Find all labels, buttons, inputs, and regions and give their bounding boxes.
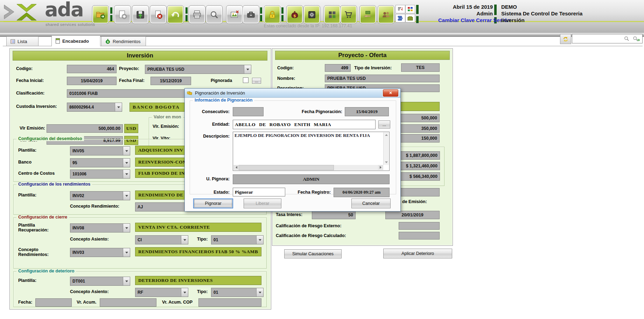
change-password-link[interactable]: Cambiar Clave bbox=[438, 17, 475, 23]
horizontal-scrollbar[interactable] bbox=[233, 165, 383, 170]
entidad-lookup-button[interactable]: ... bbox=[378, 120, 390, 129]
close-button[interactable]: ✕ bbox=[383, 89, 398, 97]
chevron-down-icon[interactable] bbox=[123, 277, 130, 285]
proyecto-combobox[interactable]: PRUEBA TES USD bbox=[145, 65, 251, 74]
banco-label: Banco bbox=[18, 160, 31, 165]
plantilla-recuperacion-desc-field: VENTA INV CTA. CORRIENTE bbox=[135, 223, 261, 232]
collections-button[interactable] bbox=[359, 5, 376, 24]
chevron-down-icon[interactable] bbox=[244, 65, 251, 74]
tipo-det-combobox[interactable]: 01 bbox=[211, 288, 264, 297]
scroll-right-icon[interactable] bbox=[378, 165, 383, 170]
scroll-left-icon[interactable] bbox=[233, 165, 239, 170]
chevron-down-icon[interactable] bbox=[123, 248, 130, 257]
entidad-input[interactable]: ABELLO DE ROBAYO ENITH MARIA bbox=[233, 120, 376, 129]
fecha-registro-label: Fecha Registro: bbox=[289, 190, 331, 195]
plantilla-recuperacion-value: INV08 bbox=[70, 224, 123, 232]
plantilla-det-combobox[interactable]: DT001 bbox=[70, 277, 130, 286]
purchases-button[interactable] bbox=[340, 5, 357, 24]
undo-button[interactable] bbox=[167, 5, 184, 24]
chevron-down-icon[interactable] bbox=[123, 192, 130, 200]
scroll-up-icon[interactable] bbox=[384, 132, 389, 137]
shopping-cart-icon bbox=[343, 9, 354, 20]
plantilla-rend-combobox[interactable]: INV02 bbox=[70, 191, 130, 200]
po-tasa-field: 50 bbox=[312, 211, 356, 219]
svg-text:$: $ bbox=[293, 13, 296, 18]
banco-value: 95 bbox=[70, 159, 123, 167]
cash-box-button[interactable] bbox=[405, 14, 415, 22]
close-icon: ✕ bbox=[389, 91, 392, 95]
liberar-button[interactable]: Liberar bbox=[244, 199, 281, 208]
dialog-titlebar[interactable]: Pignoración de Inversión bbox=[185, 89, 400, 98]
scrollbar-thumb[interactable] bbox=[239, 165, 334, 170]
cancelar-button[interactable]: Cancelar bbox=[351, 199, 391, 208]
save-button[interactable] bbox=[132, 5, 149, 24]
tab-rendimientos[interactable]: $ Rendimientos bbox=[101, 36, 146, 46]
sort-view-button[interactable] bbox=[396, 5, 405, 13]
custodia-label: Custodia Inversion: bbox=[16, 104, 57, 109]
chevron-down-icon[interactable] bbox=[123, 159, 130, 167]
tab-encabezado[interactable]: Encabezado bbox=[51, 35, 100, 46]
search-icon[interactable] bbox=[624, 36, 630, 43]
valor-moneda-title: Valor en mon bbox=[152, 115, 183, 119]
estado-input[interactable]: Pignorar bbox=[233, 188, 285, 196]
chevron-down-icon[interactable] bbox=[181, 288, 188, 297]
concepto-asiento-det-combobox[interactable]: RF bbox=[135, 288, 188, 297]
po-tipo-field: TES bbox=[401, 63, 440, 72]
divider-bar bbox=[416, 5, 419, 14]
tab-lista[interactable]: Lista bbox=[6, 36, 38, 46]
codigo-field: 464 bbox=[67, 65, 117, 73]
quick-search-input[interactable] bbox=[572, 34, 643, 43]
vault-button[interactable] bbox=[303, 5, 320, 24]
main-toolbar: ada shared services solutions bbox=[0, 0, 644, 33]
pignorada-more-button[interactable]: ... bbox=[252, 78, 261, 84]
plantilla-combobox[interactable]: INV05 bbox=[70, 146, 130, 155]
pignorada-label: Pignorada bbox=[211, 78, 232, 83]
proyecto-value: PRUEBA TES USD bbox=[145, 65, 244, 74]
concepto-rendimientos-combobox[interactable]: INV03 bbox=[70, 248, 130, 257]
delete-button[interactable] bbox=[150, 5, 167, 24]
save-icon bbox=[135, 9, 146, 20]
preview-button[interactable] bbox=[206, 5, 223, 24]
plantilla-value: INV05 bbox=[70, 147, 123, 155]
search-next-icon[interactable] bbox=[632, 36, 640, 43]
tipo-combobox[interactable]: 01 bbox=[211, 235, 264, 244]
banco-combobox[interactable]: 95 bbox=[70, 158, 130, 167]
open-folder-button[interactable] bbox=[92, 5, 109, 24]
cierre-title: Configuración de cierre bbox=[16, 215, 69, 220]
print-button[interactable] bbox=[189, 5, 205, 24]
pignorar-button[interactable]: Pignorar bbox=[193, 199, 233, 208]
layers-button[interactable] bbox=[396, 14, 405, 22]
refresh-button[interactable] bbox=[560, 34, 571, 44]
chevron-down-icon[interactable] bbox=[181, 236, 188, 244]
money-bag-button[interactable]: $ bbox=[286, 5, 303, 24]
scroll-down-icon[interactable] bbox=[384, 160, 389, 165]
pledge-lock-button[interactable] bbox=[264, 5, 281, 24]
pignorada-checkbox[interactable] bbox=[243, 77, 248, 83]
po-codigo-field: 499 bbox=[325, 64, 351, 72]
chevron-down-icon[interactable] bbox=[256, 236, 263, 244]
new-button[interactable] bbox=[114, 5, 131, 24]
modules-button[interactable] bbox=[324, 5, 341, 24]
plantilla-recuperacion-combobox[interactable]: INV08 bbox=[70, 223, 130, 233]
descripcion-textarea[interactable]: EJEMPLO DE PIGNORACION DE INVERSION DE R… bbox=[233, 132, 390, 171]
divider-bar bbox=[494, 5, 497, 15]
simular-causaciones-button[interactable]: Simular Causaciones bbox=[284, 249, 342, 258]
concepto-asiento-combobox[interactable]: CI bbox=[135, 235, 188, 244]
connection-status: Estas conectado desde la IP: 192.168.177… bbox=[241, 23, 374, 28]
logo-text: ada bbox=[45, 0, 83, 21]
vertical-scrollbar[interactable] bbox=[383, 132, 389, 165]
export-button[interactable] bbox=[226, 5, 243, 24]
reports-button[interactable] bbox=[405, 5, 415, 13]
centro-costos-combobox[interactable]: 101006 bbox=[70, 169, 130, 179]
chevron-down-icon[interactable] bbox=[123, 224, 130, 232]
chevron-down-icon[interactable] bbox=[256, 288, 263, 297]
tools-button[interactable] bbox=[243, 5, 259, 24]
aplicar-deterioro-button[interactable]: Aplicar Deterioro bbox=[383, 249, 452, 258]
chevron-down-icon[interactable] bbox=[123, 170, 130, 178]
custodia-combobox[interactable]: 860002964.4 bbox=[67, 103, 122, 112]
users-button[interactable] bbox=[378, 5, 394, 24]
consecutivo-label: Consecutivo: bbox=[193, 109, 230, 114]
toolbar-separator bbox=[281, 7, 284, 21]
chevron-down-icon[interactable] bbox=[115, 103, 122, 111]
chevron-down-icon[interactable] bbox=[123, 147, 130, 155]
